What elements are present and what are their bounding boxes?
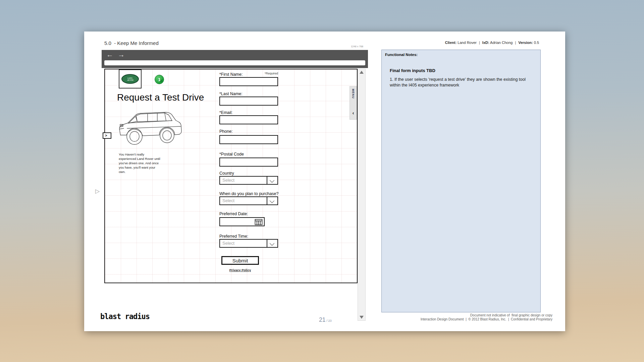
country-select[interactable]: Select [219,176,278,185]
chevron-down-icon [270,198,274,203]
document-meta: Client: Land Rover|IxD: Adrian Chong|Ver… [445,41,539,45]
desktop-background: 5.0 - Keep Me Informed Client: Land Rove… [0,0,644,362]
collapse-chevron-icon[interactable]: ‹ [350,110,357,116]
address-bar[interactable] [104,60,365,65]
first-name-input[interactable] [219,77,278,86]
country-dropdown-button[interactable] [267,177,277,184]
ixd-label: IxD: [482,41,489,45]
blast-radius-logo: blast radius [100,312,150,321]
wireframe-scrollbar[interactable] [358,69,366,321]
menu-side-tab[interactable]: MENU ‹ [350,86,357,120]
last-name-input[interactable] [219,97,278,106]
page-current: 21 [319,316,325,323]
page-title: 5.0 - Keep Me Informed [104,40,159,46]
scroll-up-icon[interactable] [360,71,364,74]
version-label: Version: [518,41,533,45]
last-name-label: *Last Name: [219,92,243,96]
ixd-value: Adrian Chong [490,41,513,45]
notes-title: Functional Notes: [385,53,418,57]
land-rover-logo: LAND- -ROVER [119,69,142,88]
marketing-copy: You Haven't really experienced Land Rove… [119,152,162,174]
logo-text-bottom: -ROVER [127,79,133,81]
document-page: 5.0 - Keep Me Informed Client: Land Rove… [84,32,565,331]
wireframe-screen: LAND- -ROVER 1 Request a Test Drive [104,69,358,283]
browser-nav: ←→ [106,51,129,59]
preferred-time-placeholder: Select [222,241,234,246]
email-label: *Email: [219,110,233,115]
functional-notes-panel: Functional Notes: Final form inputs TBD … [381,50,541,312]
footer-disclaimer: Document not indicative of final graphic… [470,313,552,317]
postal-code-input[interactable] [219,158,278,167]
suv-sketch [115,108,184,148]
menu-tab-label: MENU [352,89,355,99]
version-value: 0.5 [534,41,539,45]
resolution-note: 1248 x 768 [336,45,363,48]
submit-button[interactable]: Submit [221,256,259,265]
preferred-time-select[interactable]: Select [219,239,278,248]
country-placeholder: Select [222,178,234,183]
purchase-plan-placeholder: Select [222,198,234,203]
page-total: / 23 [326,319,331,322]
purchase-plan-dropdown-button[interactable] [267,197,277,204]
notes-item-1: 1. If the user selects 'request a test d… [390,77,535,88]
forward-arrow-icon[interactable]: → [118,51,125,58]
chevron-down-icon [270,178,274,183]
land-rover-oval-icon: LAND- -ROVER [121,74,139,84]
page-number: 21/ 23 [319,316,331,323]
postal-code-label: *Postal Code [219,152,244,157]
email-input[interactable] [219,115,278,124]
cursor-pointer-icon: ▷ [95,188,100,195]
client-value: Land Rover [458,41,477,45]
purchase-plan-select[interactable]: Select [219,196,278,205]
wireframe-heading: Request a Test Drive [117,92,204,103]
browser-toolbar: ←→ [102,50,368,68]
preferred-time-label: Preferred Time: [219,234,248,239]
notes-subtitle: Final form inputs TBD [390,68,435,73]
annotation-marker-1: 1 [155,75,164,84]
scroll-down-icon[interactable] [360,316,364,319]
meta-separator: | [513,41,518,45]
phone-input[interactable] [219,135,278,144]
meta-separator: | [477,41,482,45]
chevron-down-icon [270,241,274,246]
footer-copyright: Interaction Design Document | © 2012 Bla… [421,317,552,321]
phone-label: Phone: [219,129,233,134]
client-label: Client: [445,41,457,45]
preferred-time-dropdown-button[interactable] [267,240,277,247]
country-label: Country [219,171,234,176]
panel-expander-button[interactable]: > [103,132,111,139]
privacy-policy-link[interactable]: Privacy Policy [221,268,259,272]
preferred-date-input[interactable] [219,217,265,226]
first-name-label: *First Name: [219,72,243,77]
purchase-plan-label: When do you plan to purchase? [219,191,279,196]
preferred-date-label: Preferred Date: [219,212,248,216]
calendar-icon[interactable] [255,219,263,225]
back-arrow-icon[interactable]: ← [106,51,113,58]
